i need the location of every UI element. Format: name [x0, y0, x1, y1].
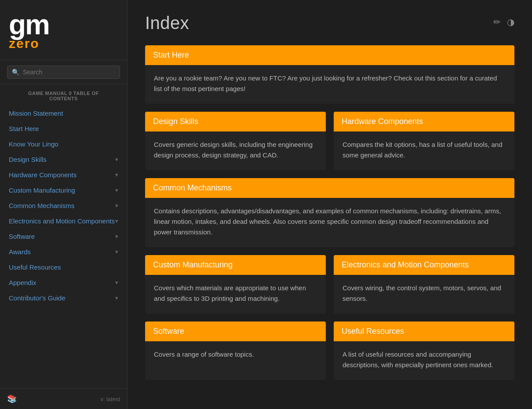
design-skills-body: Covers generic design skills, including … [145, 131, 326, 170]
custom-manufacturing-card[interactable]: Custom Manufacturing Covers which materi… [145, 255, 326, 314]
software-body: Covers a range of software topics. [145, 341, 326, 369]
sidebar: gm zero 🔍 GAME MANUAL 0 TABLE OFCONTENTS… [0, 0, 128, 409]
sidebar-item-appendix[interactable]: Appendix ▾ [0, 275, 127, 290]
common-mechanisms-card[interactable]: Common Mechanisms Contains descriptions,… [145, 178, 514, 247]
sidebar-item-label: Electronics and Motion Components [9, 217, 115, 225]
main-header: Index ✏ ◑ [145, 13, 514, 33]
main-content: Index ✏ ◑ Start Here Are you a rookie te… [128, 0, 532, 409]
useful-resources-header: Useful Resources [334, 321, 514, 341]
custom-manufacturing-header: Custom Manufacturing [145, 255, 326, 275]
chevron-down-icon: ▾ [115, 172, 118, 178]
logo: gm zero [0, 0, 127, 60]
sidebar-item-software[interactable]: Software ▾ [0, 229, 127, 244]
sidebar-item-label: Custom Manufacturing [9, 186, 75, 194]
design-skills-card[interactable]: Design Skills Covers generic design skil… [145, 112, 326, 170]
chevron-down-icon: ▾ [115, 248, 118, 255]
search-box[interactable]: 🔍 [7, 66, 120, 79]
search-input[interactable] [23, 69, 115, 76]
start-here-card-body: Are you a rookie team? Are you new to FT… [145, 65, 514, 104]
electronics-motion-header: Electronics and Motion Components [334, 255, 514, 275]
toc-label: GAME MANUAL 0 TABLE OFCONTENTS [0, 84, 127, 104]
sidebar-item-label: Common Mechanisms [9, 202, 74, 209]
chevron-down-icon: ▾ [115, 202, 118, 209]
sidebar-item-custom-manufacturing[interactable]: Custom Manufacturing ▾ [0, 183, 127, 198]
chevron-down-icon: ▾ [115, 233, 118, 240]
common-mechanisms-header: Common Mechanisms [145, 178, 514, 198]
common-mechanisms-body: Contains descriptions, advantages/disadv… [145, 198, 514, 247]
sidebar-item-start-here[interactable]: Start Here [0, 121, 127, 136]
start-here-card[interactable]: Start Here Are you a rookie team? Are yo… [145, 45, 514, 104]
software-card[interactable]: Software Covers a range of software topi… [145, 321, 326, 380]
sidebar-item-label: Mission Statement [9, 110, 63, 117]
sidebar-item-contributors-guide[interactable]: Contributor's Guide ▾ [0, 290, 127, 306]
sidebar-item-label: Useful Resources [9, 263, 61, 271]
sidebar-item-label: Awards [9, 248, 31, 256]
sidebar-item-useful-resources[interactable]: Useful Resources [0, 259, 127, 275]
row-software-resources: Software Covers a range of software topi… [145, 321, 514, 380]
sidebar-item-know-your-lingo[interactable]: Know Your Lingo [0, 136, 127, 152]
chevron-down-icon: ▾ [115, 279, 118, 286]
hardware-components-body: Compares the kit options, has a list of … [334, 131, 514, 170]
sidebar-item-label: Appendix [9, 279, 36, 286]
book-icon: 📚 [7, 394, 17, 404]
sidebar-item-label: Know Your Lingo [9, 140, 58, 148]
sidebar-item-label: Hardware Components [9, 171, 77, 179]
custom-manufacturing-body: Covers which materials are appropriate t… [145, 275, 326, 314]
version-label: v: latest [100, 396, 120, 402]
logo-zero: zero [9, 36, 118, 51]
sidebar-item-electronics[interactable]: Electronics and Motion Components ▾ [0, 213, 127, 229]
sidebar-item-label: Contributor's Guide [9, 294, 66, 302]
edit-icon[interactable]: ✏ [493, 17, 501, 27]
theme-icon[interactable]: ◑ [507, 17, 514, 27]
sidebar-item-awards[interactable]: Awards ▾ [0, 244, 127, 259]
sidebar-item-label: Design Skills [9, 156, 47, 163]
chevron-down-icon: ▾ [115, 295, 118, 301]
sidebar-item-hardware-components[interactable]: Hardware Components ▾ [0, 167, 127, 183]
sidebar-nav: Mission Statement Start Here Know Your L… [0, 104, 127, 388]
page-title: Index [145, 13, 189, 33]
sidebar-item-design-skills[interactable]: Design Skills ▾ [0, 152, 127, 167]
sidebar-item-label: Start Here [9, 125, 39, 132]
sidebar-item-common-mechanisms[interactable]: Common Mechanisms ▾ [0, 198, 127, 213]
useful-resources-body: A list of useful resources and accompany… [334, 341, 514, 380]
electronics-motion-body: Covers wiring, the control system, motor… [334, 275, 514, 314]
start-here-card-header: Start Here [145, 45, 514, 65]
logo-gm: gm [9, 11, 118, 39]
row-design-hardware: Design Skills Covers generic design skil… [145, 112, 514, 170]
hardware-components-card[interactable]: Hardware Components Compares the kit opt… [334, 112, 514, 170]
sidebar-item-mission-statement[interactable]: Mission Statement [0, 106, 127, 121]
useful-resources-card[interactable]: Useful Resources A list of useful resour… [334, 321, 514, 380]
chevron-down-icon: ▾ [115, 187, 118, 194]
design-skills-header: Design Skills [145, 112, 326, 131]
electronics-motion-card[interactable]: Electronics and Motion Components Covers… [334, 255, 514, 314]
search-container: 🔍 [0, 60, 127, 84]
sidebar-item-label: Software [9, 233, 35, 240]
sidebar-footer: 📚 v: latest [0, 388, 127, 409]
header-icons: ✏ ◑ [493, 13, 514, 27]
row-custom-electronics: Custom Manufacturing Covers which materi… [145, 255, 514, 314]
chevron-down-icon: ▾ [115, 156, 118, 163]
software-header: Software [145, 321, 326, 341]
chevron-down-icon: ▾ [115, 218, 118, 224]
search-icon: 🔍 [12, 69, 19, 76]
hardware-components-header: Hardware Components [334, 112, 514, 131]
